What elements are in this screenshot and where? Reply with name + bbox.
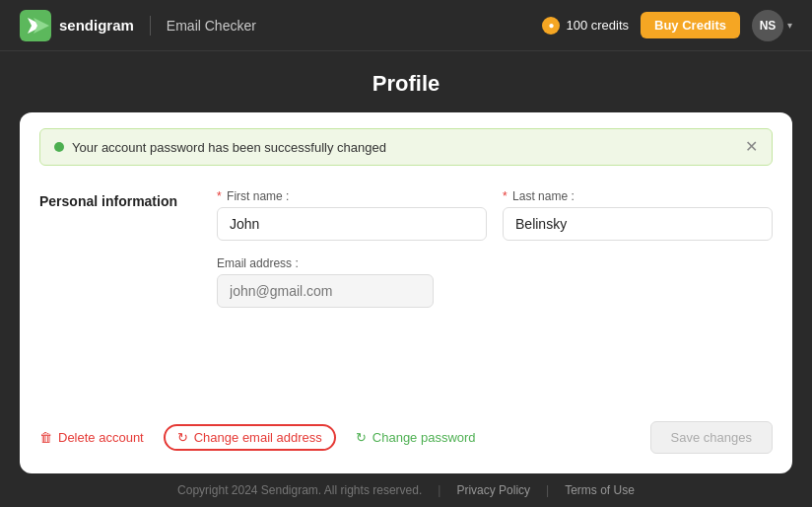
first-name-label: * First name :: [217, 189, 487, 203]
footer: Copyright 2024 Sendigram. All rights res…: [0, 473, 812, 507]
delete-account-label: Delete account: [58, 430, 144, 445]
footer-sep-2: |: [546, 483, 549, 497]
success-message: Your account password has been successfu…: [72, 140, 386, 155]
last-name-field-group: * Last name :: [503, 189, 773, 241]
save-changes-button[interactable]: Save changes: [650, 421, 773, 454]
header-right: ● 100 credits Buy Credits NS ▾: [542, 10, 792, 41]
change-email-label: Change email address: [194, 430, 322, 445]
refresh-icon: ↻: [177, 430, 188, 445]
email-fields-row: Email address :: [217, 256, 773, 308]
credits-badge: ● 100 credits: [542, 17, 629, 35]
trash-icon: 🗑: [39, 430, 52, 445]
last-name-input[interactable]: [503, 207, 773, 241]
success-dot-icon: [54, 142, 64, 152]
footer-sep-1: |: [438, 483, 440, 497]
email-field-group: Email address :: [217, 256, 434, 308]
avatar: NS: [752, 10, 783, 41]
profile-card: Your account password has been successfu…: [20, 112, 792, 473]
privacy-policy-link[interactable]: Privacy Policy: [456, 483, 530, 497]
terms-of-use-link[interactable]: Terms of Use: [565, 483, 635, 497]
header: sendigram Email Checker ● 100 credits Bu…: [0, 0, 812, 51]
required-star: *: [217, 189, 222, 203]
required-star-2: *: [503, 189, 508, 203]
header-section-title: Email Checker: [167, 18, 256, 34]
name-fields-row: * First name : * Last name :: [217, 189, 773, 241]
first-name-input[interactable]: [217, 207, 487, 241]
key-icon: ↻: [356, 430, 367, 445]
page-title: Profile: [0, 71, 812, 97]
success-banner-content: Your account password has been successfu…: [54, 140, 386, 155]
main-content: Profile Your account password has been s…: [0, 51, 812, 473]
first-name-field-group: * First name :: [217, 189, 487, 241]
email-label: Email address :: [217, 256, 434, 270]
change-email-button[interactable]: ↻ Change email address: [164, 424, 336, 451]
buy-credits-button[interactable]: Buy Credits: [641, 12, 740, 38]
brand-logo-icon: [20, 10, 51, 41]
personal-info-section: Personal information * First name : * La…: [20, 166, 792, 308]
delete-account-button[interactable]: 🗑 Delete account: [39, 430, 144, 445]
change-password-button[interactable]: ↻ Change password: [356, 430, 476, 445]
change-password-label: Change password: [372, 430, 476, 445]
footer-copyright: Copyright 2024 Sendigram. All rights res…: [177, 483, 422, 497]
user-menu-button[interactable]: NS ▾: [752, 10, 792, 41]
close-banner-button[interactable]: ✕: [745, 139, 758, 155]
email-input[interactable]: [217, 274, 434, 308]
credits-label: 100 credits: [566, 18, 629, 33]
fields-area: * First name : * Last name :: [217, 189, 773, 308]
header-divider: [150, 16, 151, 36]
action-row: 🗑 Delete account ↻ Change email address …: [20, 401, 792, 473]
brand-name: sendigram: [59, 17, 134, 34]
success-banner: Your account password has been successfu…: [39, 128, 773, 166]
logo-area: sendigram: [20, 10, 134, 41]
chevron-down-icon: ▾: [787, 20, 792, 31]
coin-icon: ●: [542, 17, 560, 35]
page-title-bar: Profile: [0, 51, 812, 112]
last-name-label: * Last name :: [503, 189, 773, 203]
section-label: Personal information: [39, 189, 177, 209]
